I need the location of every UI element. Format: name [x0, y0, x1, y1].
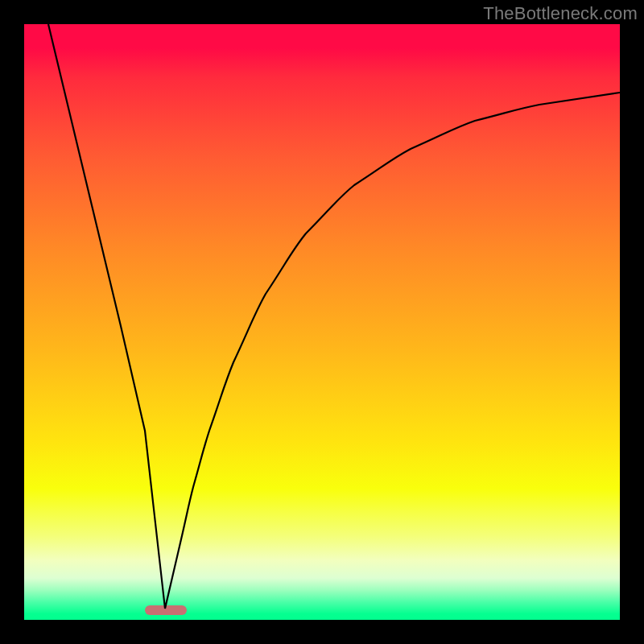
watermark-text: TheBottleneck.com: [483, 3, 638, 24]
chart-frame: TheBottleneck.com: [0, 0, 644, 644]
plot-area: [24, 24, 620, 620]
bottleneck-curve: [24, 24, 620, 620]
